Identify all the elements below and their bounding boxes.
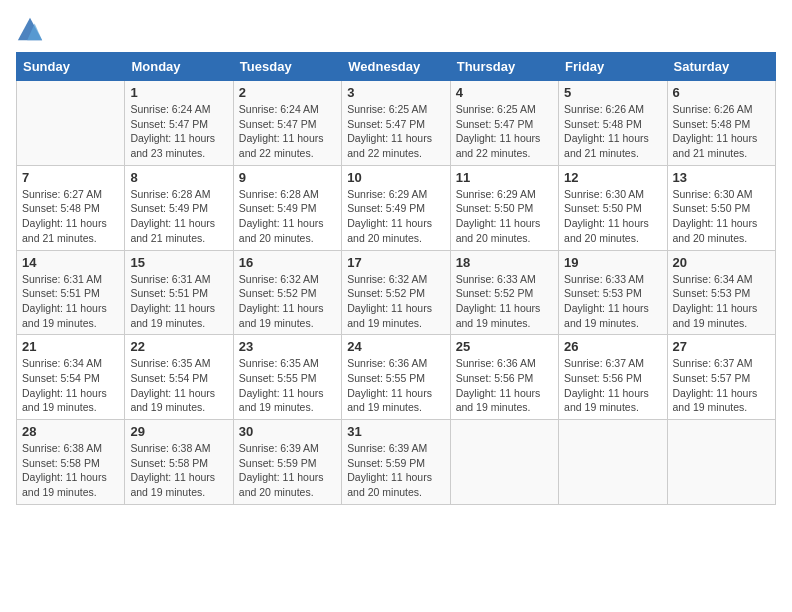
- day-info: Sunrise: 6:38 AM Sunset: 5:58 PM Dayligh…: [130, 441, 227, 500]
- calendar-cell: 6Sunrise: 6:26 AM Sunset: 5:48 PM Daylig…: [667, 81, 775, 166]
- calendar-cell: 28Sunrise: 6:38 AM Sunset: 5:58 PM Dayli…: [17, 420, 125, 505]
- calendar-week-3: 14Sunrise: 6:31 AM Sunset: 5:51 PM Dayli…: [17, 250, 776, 335]
- day-number: 22: [130, 339, 227, 354]
- day-number: 17: [347, 255, 444, 270]
- calendar-cell: 23Sunrise: 6:35 AM Sunset: 5:55 PM Dayli…: [233, 335, 341, 420]
- page-header: [16, 16, 776, 44]
- day-number: 31: [347, 424, 444, 439]
- day-info: Sunrise: 6:29 AM Sunset: 5:50 PM Dayligh…: [456, 187, 553, 246]
- day-info: Sunrise: 6:35 AM Sunset: 5:55 PM Dayligh…: [239, 356, 336, 415]
- calendar-cell: 27Sunrise: 6:37 AM Sunset: 5:57 PM Dayli…: [667, 335, 775, 420]
- day-info: Sunrise: 6:31 AM Sunset: 5:51 PM Dayligh…: [130, 272, 227, 331]
- day-number: 14: [22, 255, 119, 270]
- weekday-header-friday: Friday: [559, 53, 667, 81]
- calendar-cell: 15Sunrise: 6:31 AM Sunset: 5:51 PM Dayli…: [125, 250, 233, 335]
- calendar-cell: 22Sunrise: 6:35 AM Sunset: 5:54 PM Dayli…: [125, 335, 233, 420]
- calendar-cell: 3Sunrise: 6:25 AM Sunset: 5:47 PM Daylig…: [342, 81, 450, 166]
- day-info: Sunrise: 6:27 AM Sunset: 5:48 PM Dayligh…: [22, 187, 119, 246]
- day-info: Sunrise: 6:26 AM Sunset: 5:48 PM Dayligh…: [564, 102, 661, 161]
- weekday-header-tuesday: Tuesday: [233, 53, 341, 81]
- day-number: 15: [130, 255, 227, 270]
- calendar-cell: [559, 420, 667, 505]
- day-number: 26: [564, 339, 661, 354]
- day-info: Sunrise: 6:29 AM Sunset: 5:49 PM Dayligh…: [347, 187, 444, 246]
- calendar-cell: 5Sunrise: 6:26 AM Sunset: 5:48 PM Daylig…: [559, 81, 667, 166]
- day-info: Sunrise: 6:33 AM Sunset: 5:52 PM Dayligh…: [456, 272, 553, 331]
- calendar-cell: 7Sunrise: 6:27 AM Sunset: 5:48 PM Daylig…: [17, 165, 125, 250]
- weekday-header-saturday: Saturday: [667, 53, 775, 81]
- calendar-cell: [667, 420, 775, 505]
- day-number: 18: [456, 255, 553, 270]
- day-number: 24: [347, 339, 444, 354]
- day-info: Sunrise: 6:24 AM Sunset: 5:47 PM Dayligh…: [130, 102, 227, 161]
- day-info: Sunrise: 6:24 AM Sunset: 5:47 PM Dayligh…: [239, 102, 336, 161]
- day-info: Sunrise: 6:36 AM Sunset: 5:55 PM Dayligh…: [347, 356, 444, 415]
- weekday-header-sunday: Sunday: [17, 53, 125, 81]
- day-info: Sunrise: 6:25 AM Sunset: 5:47 PM Dayligh…: [456, 102, 553, 161]
- logo-icon: [16, 16, 44, 44]
- calendar-cell: 8Sunrise: 6:28 AM Sunset: 5:49 PM Daylig…: [125, 165, 233, 250]
- day-info: Sunrise: 6:32 AM Sunset: 5:52 PM Dayligh…: [239, 272, 336, 331]
- day-info: Sunrise: 6:30 AM Sunset: 5:50 PM Dayligh…: [673, 187, 770, 246]
- day-info: Sunrise: 6:35 AM Sunset: 5:54 PM Dayligh…: [130, 356, 227, 415]
- calendar-week-5: 28Sunrise: 6:38 AM Sunset: 5:58 PM Dayli…: [17, 420, 776, 505]
- weekday-header-monday: Monday: [125, 53, 233, 81]
- day-info: Sunrise: 6:38 AM Sunset: 5:58 PM Dayligh…: [22, 441, 119, 500]
- calendar-week-2: 7Sunrise: 6:27 AM Sunset: 5:48 PM Daylig…: [17, 165, 776, 250]
- day-number: 5: [564, 85, 661, 100]
- weekday-header-thursday: Thursday: [450, 53, 558, 81]
- calendar-cell: 12Sunrise: 6:30 AM Sunset: 5:50 PM Dayli…: [559, 165, 667, 250]
- day-number: 12: [564, 170, 661, 185]
- calendar-cell: [450, 420, 558, 505]
- day-number: 7: [22, 170, 119, 185]
- day-number: 11: [456, 170, 553, 185]
- day-number: 16: [239, 255, 336, 270]
- day-number: 9: [239, 170, 336, 185]
- day-number: 10: [347, 170, 444, 185]
- day-number: 8: [130, 170, 227, 185]
- day-number: 6: [673, 85, 770, 100]
- day-info: Sunrise: 6:34 AM Sunset: 5:53 PM Dayligh…: [673, 272, 770, 331]
- calendar-cell: [17, 81, 125, 166]
- calendar-cell: 21Sunrise: 6:34 AM Sunset: 5:54 PM Dayli…: [17, 335, 125, 420]
- calendar-cell: 24Sunrise: 6:36 AM Sunset: 5:55 PM Dayli…: [342, 335, 450, 420]
- day-info: Sunrise: 6:36 AM Sunset: 5:56 PM Dayligh…: [456, 356, 553, 415]
- calendar-cell: 4Sunrise: 6:25 AM Sunset: 5:47 PM Daylig…: [450, 81, 558, 166]
- calendar-cell: 19Sunrise: 6:33 AM Sunset: 5:53 PM Dayli…: [559, 250, 667, 335]
- calendar-cell: 10Sunrise: 6:29 AM Sunset: 5:49 PM Dayli…: [342, 165, 450, 250]
- day-info: Sunrise: 6:37 AM Sunset: 5:56 PM Dayligh…: [564, 356, 661, 415]
- calendar-cell: 18Sunrise: 6:33 AM Sunset: 5:52 PM Dayli…: [450, 250, 558, 335]
- day-info: Sunrise: 6:37 AM Sunset: 5:57 PM Dayligh…: [673, 356, 770, 415]
- calendar-cell: 13Sunrise: 6:30 AM Sunset: 5:50 PM Dayli…: [667, 165, 775, 250]
- day-info: Sunrise: 6:25 AM Sunset: 5:47 PM Dayligh…: [347, 102, 444, 161]
- day-info: Sunrise: 6:33 AM Sunset: 5:53 PM Dayligh…: [564, 272, 661, 331]
- calendar-cell: 11Sunrise: 6:29 AM Sunset: 5:50 PM Dayli…: [450, 165, 558, 250]
- day-info: Sunrise: 6:31 AM Sunset: 5:51 PM Dayligh…: [22, 272, 119, 331]
- day-info: Sunrise: 6:28 AM Sunset: 5:49 PM Dayligh…: [130, 187, 227, 246]
- calendar-cell: 26Sunrise: 6:37 AM Sunset: 5:56 PM Dayli…: [559, 335, 667, 420]
- calendar-header: SundayMondayTuesdayWednesdayThursdayFrid…: [17, 53, 776, 81]
- calendar-cell: 25Sunrise: 6:36 AM Sunset: 5:56 PM Dayli…: [450, 335, 558, 420]
- day-info: Sunrise: 6:34 AM Sunset: 5:54 PM Dayligh…: [22, 356, 119, 415]
- day-number: 27: [673, 339, 770, 354]
- logo: [16, 16, 48, 44]
- day-number: 28: [22, 424, 119, 439]
- calendar-week-1: 1Sunrise: 6:24 AM Sunset: 5:47 PM Daylig…: [17, 81, 776, 166]
- calendar-cell: 16Sunrise: 6:32 AM Sunset: 5:52 PM Dayli…: [233, 250, 341, 335]
- day-info: Sunrise: 6:39 AM Sunset: 5:59 PM Dayligh…: [239, 441, 336, 500]
- calendar-cell: 1Sunrise: 6:24 AM Sunset: 5:47 PM Daylig…: [125, 81, 233, 166]
- calendar-cell: 20Sunrise: 6:34 AM Sunset: 5:53 PM Dayli…: [667, 250, 775, 335]
- day-info: Sunrise: 6:39 AM Sunset: 5:59 PM Dayligh…: [347, 441, 444, 500]
- day-info: Sunrise: 6:28 AM Sunset: 5:49 PM Dayligh…: [239, 187, 336, 246]
- day-number: 30: [239, 424, 336, 439]
- day-number: 21: [22, 339, 119, 354]
- day-number: 3: [347, 85, 444, 100]
- calendar-cell: 29Sunrise: 6:38 AM Sunset: 5:58 PM Dayli…: [125, 420, 233, 505]
- calendar-cell: 17Sunrise: 6:32 AM Sunset: 5:52 PM Dayli…: [342, 250, 450, 335]
- day-number: 20: [673, 255, 770, 270]
- day-info: Sunrise: 6:32 AM Sunset: 5:52 PM Dayligh…: [347, 272, 444, 331]
- day-number: 13: [673, 170, 770, 185]
- calendar-table: SundayMondayTuesdayWednesdayThursdayFrid…: [16, 52, 776, 505]
- day-number: 2: [239, 85, 336, 100]
- day-number: 23: [239, 339, 336, 354]
